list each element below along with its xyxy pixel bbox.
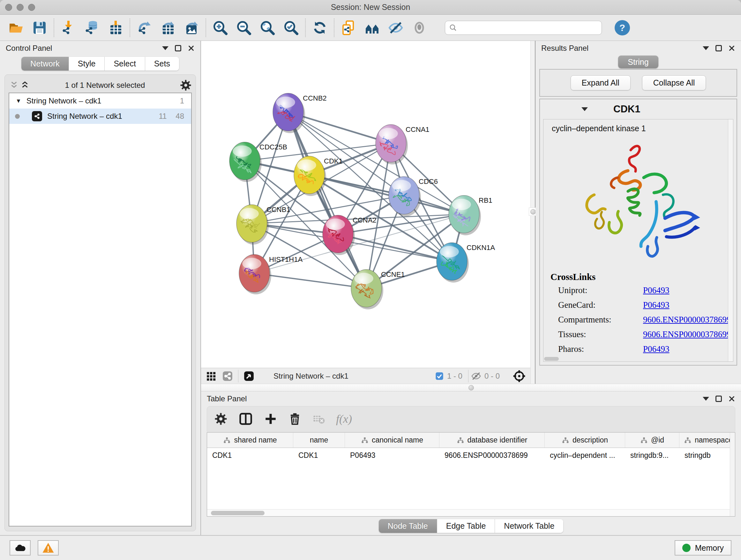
birdseye-view-icon[interactable] <box>244 371 254 381</box>
tab-sets[interactable]: Sets <box>145 57 179 71</box>
show-eye-icon[interactable] <box>412 20 427 36</box>
float-panel-icon[interactable] <box>175 45 181 51</box>
table-cell[interactable]: CDK1 <box>293 448 345 463</box>
column-header-sharedname[interactable]: shared name <box>207 433 293 448</box>
open-session-icon[interactable] <box>8 20 23 36</box>
node-CCNA1[interactable]: CCNA1 <box>376 125 429 165</box>
float-panel-icon[interactable] <box>716 45 722 51</box>
crosslink-link[interactable]: 9606.ENSP00000378699 <box>643 329 731 339</box>
column-header-namespace[interactable]: namespace <box>679 433 735 448</box>
fit-content-crosshair-icon[interactable] <box>513 369 526 383</box>
selected-checkbox-icon[interactable] <box>435 372 444 381</box>
table-row[interactable]: CDK1CDK1P064939606.ENSP00000378699cyclin… <box>207 448 735 463</box>
network-canvas[interactable]: CCNB2CCNA1CDC25BCDK1CDC6RB1CCNB1CCNA2CDK… <box>201 41 530 368</box>
cloud-button[interactable] <box>10 540 30 556</box>
node-CCNE1[interactable]: CCNE1 <box>351 269 405 309</box>
network-options-gear-icon[interactable] <box>180 79 192 91</box>
panel-menu-icon[interactable] <box>162 46 169 50</box>
tab-network[interactable]: Network <box>21 57 69 71</box>
tab-network-table[interactable]: Network Table <box>495 519 563 533</box>
network-collection-row[interactable]: ▼ String Network – cdk1 1 <box>9 93 191 109</box>
add-column-icon[interactable] <box>264 412 277 426</box>
zoom-in-icon[interactable] <box>212 20 228 36</box>
float-panel-icon[interactable] <box>716 395 722 402</box>
network-view-mode-icon[interactable] <box>222 371 233 381</box>
column-header-canonicalname[interactable]: canonical name <box>345 433 440 448</box>
delete-column-trash-icon[interactable] <box>288 412 301 426</box>
tab-node-table[interactable]: Node Table <box>379 519 437 533</box>
neighbors-houses-icon[interactable] <box>364 20 380 36</box>
main-toolbar: ? <box>0 15 741 41</box>
collection-expand-icon[interactable]: ▼ <box>16 98 21 105</box>
expand-all-button[interactable]: Expand All <box>570 75 630 90</box>
panel-menu-icon[interactable] <box>703 397 709 401</box>
column-header-databaseidentifier[interactable]: database identifier <box>440 433 545 448</box>
close-panel-icon[interactable] <box>728 45 735 52</box>
zoom-out-icon[interactable] <box>236 20 252 36</box>
crosslink-link[interactable]: P06493 <box>643 286 670 295</box>
warnings-button[interactable] <box>38 540 59 556</box>
crosslinks-section: CrossLinks Uniprot:P06493GeneCard:P06493… <box>543 270 733 354</box>
import-network-icon[interactable] <box>61 20 76 36</box>
import-database-icon[interactable] <box>84 20 99 36</box>
close-panel-icon[interactable] <box>728 395 735 402</box>
crosslink-link[interactable]: 9606.ENSP00000378699 <box>643 315 731 325</box>
export-image-icon[interactable] <box>184 20 199 36</box>
entry-collapse-icon[interactable] <box>582 107 588 111</box>
splitter-handle-icon[interactable] <box>468 385 474 390</box>
horizontal-splitter[interactable] <box>201 384 741 391</box>
column-header-description[interactable]: description <box>545 433 625 448</box>
table-horizontal-scrollbar[interactable] <box>207 509 730 516</box>
node-CDC6[interactable]: CDC6 <box>389 177 438 216</box>
horizontal-scrollbar-thumb[interactable] <box>544 357 559 361</box>
splitter-handle-icon[interactable] <box>530 209 536 214</box>
node-CDC25B[interactable]: CDC25B <box>229 142 287 182</box>
export-network-icon[interactable] <box>137 20 152 36</box>
crosslink-link[interactable]: P06493 <box>643 300 670 310</box>
network-row[interactable]: String Network – cdk1 11 48 <box>9 109 191 124</box>
expand-all-networks-icon[interactable] <box>9 80 19 90</box>
clone-network-icon[interactable] <box>341 20 356 36</box>
node-CCNA2[interactable]: CCNA2 <box>323 215 377 255</box>
export-table-icon[interactable] <box>160 20 176 36</box>
help-button[interactable]: ? <box>615 20 630 36</box>
node-CDKN1A[interactable]: CDKN1A <box>436 243 495 283</box>
table-vertical-scrollbar[interactable] <box>730 433 735 516</box>
grid-view-icon[interactable] <box>205 371 216 381</box>
tab-style[interactable]: Style <box>69 57 105 71</box>
collapse-all-button[interactable]: Collapse All <box>642 75 706 90</box>
node-HIST1H1A[interactable]: HIST1H1A <box>239 254 302 294</box>
vertical-splitter[interactable] <box>530 41 536 384</box>
network-list: ▼ String Network – cdk1 1 String Network… <box>9 92 192 526</box>
table-cell[interactable]: stringdb:9... <box>625 448 679 463</box>
node-RB1[interactable]: RB1 <box>449 195 492 235</box>
zoom-selected-icon[interactable] <box>283 20 299 36</box>
close-panel-icon[interactable] <box>188 45 195 52</box>
panel-menu-icon[interactable] <box>703 46 709 50</box>
import-table-icon[interactable] <box>108 20 123 36</box>
refresh-icon[interactable] <box>312 20 327 36</box>
tab-select[interactable]: Select <box>105 57 145 71</box>
table-cell[interactable]: stringdb <box>679 448 735 463</box>
save-session-icon[interactable] <box>32 20 47 36</box>
table-cell[interactable]: 9606.ENSP00000378699 <box>440 448 545 463</box>
results-scrollbar[interactable] <box>728 119 733 361</box>
tab-string[interactable]: String <box>618 56 658 68</box>
show-columns-icon[interactable] <box>239 412 253 426</box>
column-header-name[interactable]: name <box>293 433 345 448</box>
zoom-fit-icon[interactable] <box>260 20 275 36</box>
memory-button[interactable]: Memory <box>675 540 731 556</box>
search-field[interactable] <box>460 23 598 32</box>
table-cell[interactable]: CDK1 <box>207 448 293 463</box>
table-options-gear-icon[interactable] <box>214 412 227 426</box>
collapse-all-networks-icon[interactable] <box>19 80 30 90</box>
node-CCNB2[interactable]: CCNB2 <box>273 93 327 133</box>
search-icon <box>449 23 457 32</box>
table-cell[interactable]: P06493 <box>345 448 440 463</box>
crosslink-link[interactable]: P06493 <box>643 344 670 354</box>
search-input[interactable] <box>445 21 602 35</box>
tab-edge-table[interactable]: Edge Table <box>437 519 495 533</box>
column-header-id[interactable]: @id <box>625 433 679 448</box>
hide-eye-slash-icon[interactable] <box>388 20 403 36</box>
table-cell[interactable]: cyclin–dependent ... <box>545 448 625 463</box>
